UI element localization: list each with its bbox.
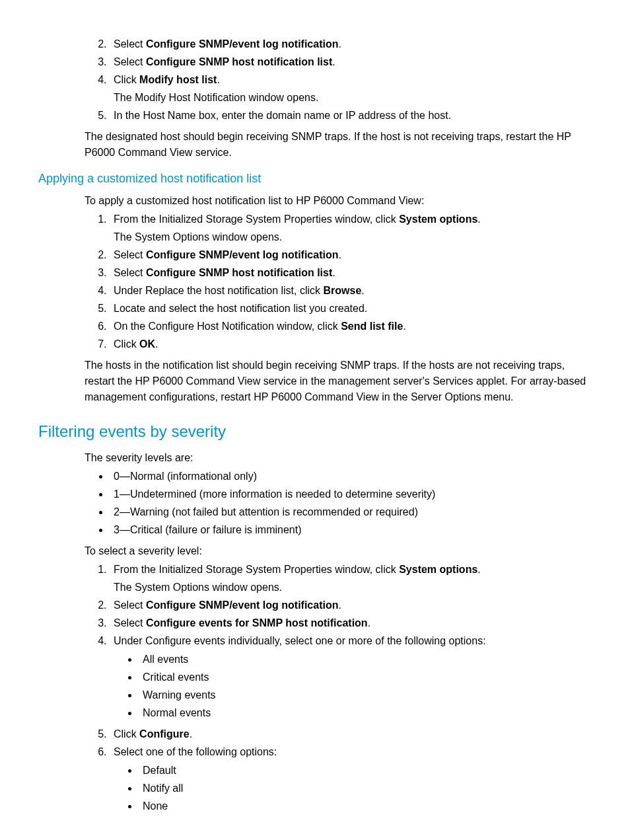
section-heading-applying: Applying a customized host notification … [38,170,592,188]
bullet-item: 1—Undetermined (more information is need… [110,486,592,502]
list-item: From the Initialized Storage System Prop… [110,562,592,595]
nested-bullet-list: DefaultNotify allNone [114,763,592,814]
bold-term: Configure SNMP/event log notification [146,38,339,50]
intro-ordered-list: Select Configure SNMP/event log notifica… [85,36,592,124]
bold-term: Browse [323,285,361,296]
section2-ordered-list: From the Initialized Storage System Prop… [85,562,592,814]
bold-term: Configure SNMP host notification list [146,56,332,67]
nested-bullet-list: All eventsCritical eventsWarning eventsN… [114,652,592,721]
list-item: Select Configure SNMP host notification … [110,265,592,281]
bullet-item: None [139,798,592,814]
bold-term: Configure [139,728,190,740]
bold-term: System options [399,564,477,575]
section1-lead: To apply a customized host notification … [85,193,592,209]
section1-ordered-list: From the Initialized Storage System Prop… [85,211,592,352]
section-heading-filtering: Filtering events by severity [38,420,592,443]
bold-term: OK [139,338,155,350]
list-item-subtext: The System Options window opens. [114,580,592,595]
list-item: Click Modify host list.The Modify Host N… [110,72,592,106]
intro-paragraph: The designated host should begin receivi… [85,129,592,161]
list-item: Select Configure SNMP/event log notifica… [110,597,592,613]
bold-term: Modify host list [139,74,217,85]
list-item: Select Configure SNMP/event log notifica… [110,36,592,52]
list-item: From the Initialized Storage System Prop… [110,211,592,245]
bullet-item: Normal events [139,705,592,721]
list-item: Click Configure. [110,726,592,742]
bullet-item: 0—Normal (informational only) [110,469,592,484]
page-content: Select Configure SNMP/event log notifica… [85,36,592,814]
list-item: Under Replace the host notification list… [110,283,592,299]
list-item-subtext: The System Options window opens. [114,229,592,245]
list-item: Select Configure SNMP host notification … [110,54,592,70]
bold-term: Configure SNMP/event log notification [146,599,339,611]
bold-term: System options [399,213,477,225]
section1-tail: The hosts in the notification list shoul… [85,358,592,405]
bullet-item: Notify all [139,781,592,796]
bold-term: Configure events for SNMP host notificat… [146,617,368,629]
bullet-item: Warning events [139,687,592,703]
section2-lead1: The severity levels are: [85,450,592,466]
list-item: Select one of the following options:Defa… [110,744,592,814]
list-item: Select Configure SNMP/event log notifica… [110,247,592,263]
severity-levels-list: 0—Normal (informational only)1—Undetermi… [85,469,592,538]
list-item: Under Configure events individually, sel… [110,633,592,721]
bold-term: Send list file [341,321,403,332]
list-item: Click OK. [110,336,592,352]
bullet-item: Critical events [139,669,592,685]
bullet-item: 3—Critical (failure or failure is immine… [110,522,592,538]
bold-term: Configure SNMP host notification list [146,267,332,278]
list-item: On the Configure Host Notification windo… [110,319,592,334]
bullet-item: 2—Warning (not failed but attention is r… [110,504,592,520]
bullet-item: Default [139,763,592,779]
bullet-item: All events [139,652,592,668]
list-item: Locate and select the host notification … [110,301,592,317]
list-item: Select Configure events for SNMP host no… [110,615,592,631]
section2-lead2: To select a severity level: [85,543,592,559]
list-item: In the Host Name box, enter the domain n… [110,108,592,124]
bold-term: Configure SNMP/event log notification [146,249,339,260]
list-item-subtext: The Modify Host Notification window open… [114,90,592,106]
